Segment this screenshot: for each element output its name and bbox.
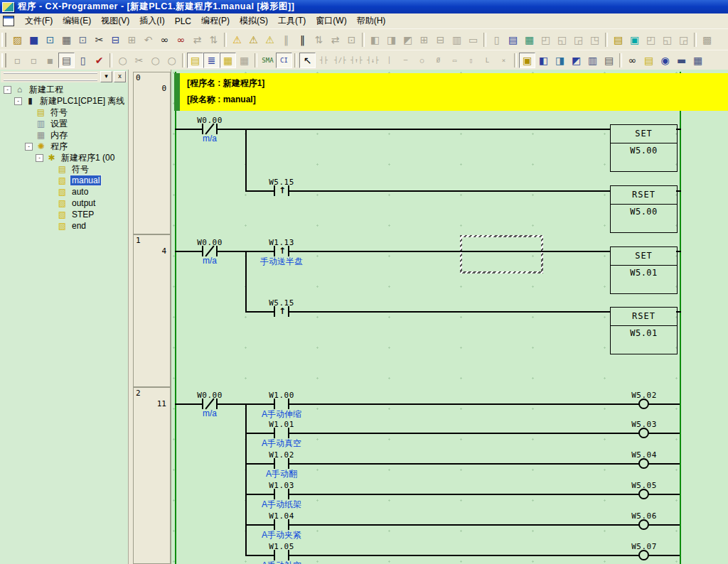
plc-icon: ▮	[25, 96, 36, 106]
print-preview-icon: ⊡	[79, 35, 87, 45]
symbol-table-button[interactable]: ▤	[610, 32, 626, 48]
tree-item-设置[interactable]: ▥设置	[1, 118, 127, 129]
mnemonic-view-icon: SMA	[262, 55, 273, 65]
local-symbol-grid-icon: ▫	[31, 55, 38, 65]
data-trace-button[interactable]: ▤	[505, 32, 521, 48]
tree-item-新建PLC1[CP1E] 离线[interactable]: -▮新建PLC1[CP1E] 离线	[1, 95, 127, 107]
print-preview-button[interactable]: ⊡	[75, 32, 91, 48]
output-coil-W5.02[interactable]	[638, 398, 649, 409]
show-monitor-data-button[interactable]: ▦	[220, 53, 236, 68]
syntax-check-button[interactable]: ✔	[91, 53, 107, 68]
menu-item-0[interactable]: 文件(F)	[20, 13, 58, 28]
workspace-close-button[interactable]: x	[114, 71, 126, 82]
find-button[interactable]: ∞	[156, 32, 173, 48]
menu-item-3[interactable]: 插入(I)	[134, 13, 169, 28]
compile-all-programs-button[interactable]: ⚠	[245, 32, 262, 48]
tree-item-STEP[interactable]: ▧STEP	[1, 209, 127, 220]
save-project-button[interactable]: ■	[26, 32, 42, 48]
cross-reference-report-button[interactable]: ∞	[624, 53, 641, 68]
open-project-icon: ▨	[13, 35, 22, 45]
instruction-box-SET-W5.00[interactable]: SETW5.00	[610, 124, 678, 172]
rung-cell-0[interactable]: 00	[133, 72, 171, 234]
tree-expander-icon[interactable]: -	[14, 97, 22, 105]
workspace-dropdown-button[interactable]: ▾	[100, 71, 112, 82]
pause-button[interactable]: ‖	[294, 32, 311, 48]
show-grid-button: ▦	[236, 53, 252, 68]
tree-item-内存[interactable]: ▦内存	[1, 129, 127, 141]
open-diagram-window-button[interactable]: ◧	[535, 53, 552, 68]
instruction-box-RSET-W5.00[interactable]: RSETW5.00	[610, 185, 678, 233]
tree-item-程序[interactable]: -✺程序	[1, 141, 127, 152]
check-page-button[interactable]: ▯	[75, 53, 91, 68]
title-bar[interactable]: 程序 - CX-Programmer - [新建PLC1.新建程序1.manua…	[0, 0, 728, 13]
copy-button[interactable]: ⊟	[107, 32, 124, 48]
select-tool-button[interactable]: ↖	[299, 53, 316, 68]
tree-item-auto[interactable]: ▧auto	[1, 186, 127, 197]
comment-instruction-view-icon: CI	[280, 55, 288, 65]
tree-item-新建工程[interactable]: -⌂新建工程	[1, 84, 127, 95]
online-program-check-button[interactable]: ⚠	[262, 32, 278, 48]
output-coil-W5.04[interactable]	[638, 458, 649, 469]
instruction-box-RSET-W5.01[interactable]: RSETW5.01	[610, 307, 678, 354]
menu-item-6[interactable]: 模拟(S)	[235, 13, 273, 28]
tree-item-manual[interactable]: ▧manual	[1, 175, 127, 186]
toolbar-separator	[514, 53, 517, 67]
instruction-mnemonic: RSET	[611, 186, 677, 205]
open-section-list-button[interactable]: ▥	[584, 53, 601, 68]
properties-button[interactable]: ▤	[601, 53, 617, 68]
output-coil-W5.07[interactable]	[638, 550, 649, 560]
menu-item-8[interactable]: 窗口(W)	[311, 13, 351, 28]
tree-item-符号[interactable]: ▤符号	[1, 107, 127, 118]
output-window-button[interactable]: ▬	[673, 53, 690, 68]
output-coil-W5.03[interactable]	[638, 428, 649, 438]
comment-list-button[interactable]: ▤	[641, 53, 657, 68]
show-symbol-bar-button[interactable]: ▤	[58, 53, 75, 68]
rung-comment-banner[interactable]: [程序名 : 新建程序1][段名称 : manual]	[180, 73, 728, 111]
cut-button[interactable]: ✂	[91, 32, 107, 48]
tree-item-end[interactable]: ▧end	[1, 220, 127, 232]
instruction-box-SET-W5.01[interactable]: SETW5.01	[610, 246, 678, 294]
watch-window-button[interactable]: ▦	[690, 53, 706, 68]
io-memory-button[interactable]: ▣	[626, 32, 643, 48]
workspace-drag-grip[interactable]	[4, 72, 97, 81]
open-project-button[interactable]: ▨	[9, 32, 26, 48]
selected-cell-box[interactable]	[460, 235, 543, 273]
child-window-icon[interactable]	[3, 16, 14, 26]
tree-item-新建程序1 (00[interactable]: -✱新建程序1 (00	[1, 152, 127, 163]
output-coil-W5.06[interactable]	[638, 519, 649, 530]
tree-item-label: 程序	[49, 141, 69, 153]
menu-item-4[interactable]: PLC	[170, 15, 196, 28]
output-coil-W5.05[interactable]	[638, 489, 649, 499]
new-vertical-line-icon: │	[387, 55, 391, 65]
rung-cell-1[interactable]: 14	[133, 234, 171, 387]
symbols-icon: ▤	[57, 164, 68, 174]
new-falling-contact-icon: ┤↓├	[367, 55, 378, 65]
menu-item-7[interactable]: 工具(T)	[273, 13, 311, 28]
toggle-project-workspace-button[interactable]: ▣	[519, 53, 535, 68]
tree-expander-icon[interactable]: -	[4, 86, 11, 94]
pin-window-button[interactable]: ◉	[657, 53, 673, 68]
tree-item-符号[interactable]: ▤符号	[1, 163, 127, 175]
tree-expander-icon[interactable]: -	[25, 143, 33, 151]
comment-instruction-view-button[interactable]: CI	[276, 53, 292, 68]
menu-item-1[interactable]: 编辑(E)	[58, 13, 96, 28]
menu-item-2[interactable]: 视图(V)	[96, 13, 134, 28]
search-in-project-button[interactable]: ⊡	[42, 32, 58, 48]
menu-item-9[interactable]: 帮助(H)	[352, 13, 391, 28]
print-button[interactable]: ▦	[58, 32, 75, 48]
replace-button[interactable]: ∞	[173, 32, 189, 48]
menu-item-5[interactable]: 编程(P)	[196, 13, 235, 28]
ladder-diagram-canvas[interactable]: [程序名 : 新建程序1][段名称 : manual]W0.00m/aSETW5…	[171, 70, 728, 564]
rung-cell-2[interactable]: 211	[133, 387, 171, 564]
set-value-icon: ▥	[452, 35, 461, 45]
tree-item-output[interactable]: ▧output	[1, 197, 127, 209]
show-rung-annotations-button[interactable]: ≣	[203, 53, 220, 68]
compile-program-button[interactable]: ⚠	[229, 32, 245, 48]
show-comments-button[interactable]: ▤	[187, 53, 203, 68]
cut-icon: ✂	[95, 35, 104, 45]
time-chart-monitor-button[interactable]: ▦	[521, 32, 537, 48]
swap-windows-button[interactable]: ◩	[568, 53, 584, 68]
mnemonic-view-button[interactable]: SMA	[259, 53, 276, 68]
open-mnemonic-window-button[interactable]: ◨	[552, 53, 568, 68]
tree-expander-icon[interactable]: -	[36, 154, 43, 162]
